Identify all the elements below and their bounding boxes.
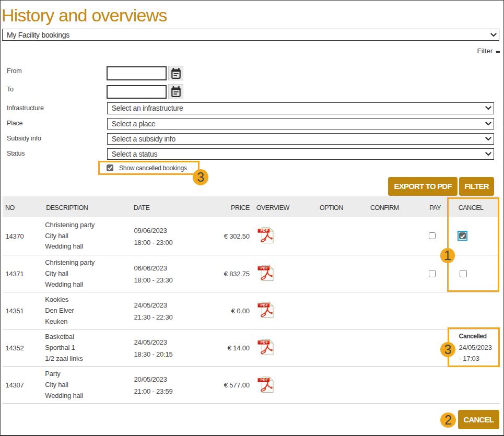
svg-text:PDF: PDF — [260, 378, 267, 382]
svg-text:PDF: PDF — [260, 341, 267, 345]
svg-text:PDF: PDF — [260, 304, 267, 308]
svg-text:PDF: PDF — [260, 229, 267, 232]
svg-text:PDF: PDF — [260, 267, 267, 270]
